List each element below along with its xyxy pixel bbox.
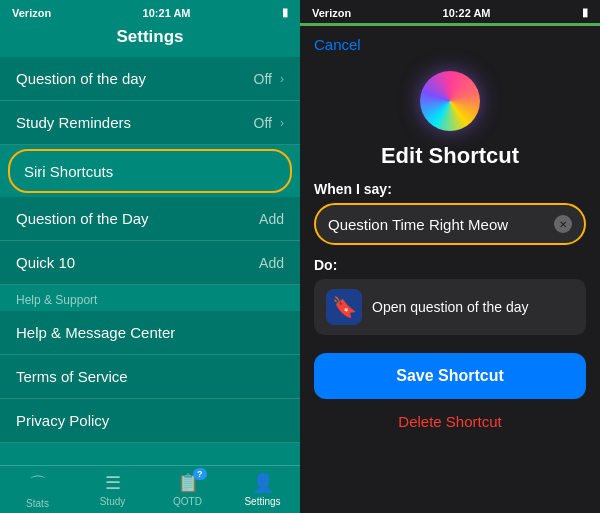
siri-shortcuts-label: Siri Shortcuts [24, 163, 113, 180]
privacy-label: Privacy Policy [16, 412, 109, 429]
phrase-input-container[interactable]: Question Time Right Meow ✕ [314, 203, 586, 245]
delete-shortcut-button[interactable]: Delete Shortcut [300, 405, 600, 438]
edit-shortcut-title: Edit Shortcut [300, 139, 600, 181]
siri-icon [420, 71, 480, 131]
question-of-day-row[interactable]: Question of the day Off › [0, 57, 300, 101]
bottom-nav: ⌒ Stats ☰ Study 📋 ? QOTD 👤 Settings [0, 465, 300, 513]
study-reminders-label: Study Reminders [16, 114, 131, 131]
nav-study-label: Study [100, 496, 126, 507]
do-container: 🔖 Open question of the day [314, 279, 586, 335]
nav-settings[interactable]: 👤 Settings [225, 472, 300, 509]
quick-10-label: Quick 10 [16, 254, 75, 271]
right-battery: ▮ [582, 6, 588, 19]
privacy-row[interactable]: Privacy Policy [0, 399, 300, 443]
chevron-icon-2: › [280, 116, 284, 130]
nav-stats-label: Stats [26, 498, 49, 509]
settings-list: Question of the day Off › Study Reminder… [0, 57, 300, 465]
right-time: 10:22 AM [443, 7, 491, 19]
qotd-badge-container: 📋 ? [177, 472, 199, 494]
quick-10-row[interactable]: Quick 10 Add [0, 241, 300, 285]
green-progress-bar [300, 23, 600, 26]
nav-stats[interactable]: ⌒ Stats [0, 472, 75, 509]
save-shortcut-button[interactable]: Save Shortcut [314, 353, 586, 399]
stats-icon: ⌒ [29, 472, 47, 496]
right-carrier: Verizon [312, 7, 351, 19]
phrase-text: Question Time Right Meow [328, 216, 554, 233]
nav-qotd[interactable]: 📋 ? QOTD [150, 472, 225, 509]
right-status-bar: Verizon 10:22 AM ▮ [300, 0, 600, 23]
when-i-say-label: When I say: [300, 181, 600, 203]
siri-icon-container [300, 61, 600, 139]
question-of-day-value: Off › [254, 71, 284, 87]
quick-10-value: Add [259, 255, 284, 271]
study-icon: ☰ [105, 472, 121, 494]
question-of-day-2-label: Question of the Day [16, 210, 149, 227]
left-carrier: Verizon [12, 7, 51, 19]
nav-study[interactable]: ☰ Study [75, 472, 150, 509]
clear-icon[interactable]: ✕ [554, 215, 572, 233]
do-action-text: Open question of the day [372, 299, 528, 315]
left-time: 10:21 AM [143, 7, 191, 19]
nav-qotd-label: QOTD [173, 496, 202, 507]
terms-label: Terms of Service [16, 368, 128, 385]
cancel-button[interactable]: Cancel [314, 36, 361, 53]
siri-shortcuts-row[interactable]: Siri Shortcuts [8, 149, 292, 193]
study-reminders-value: Off › [254, 115, 284, 131]
left-battery: ▮ [282, 6, 288, 19]
left-status-bar: Verizon 10:21 AM ▮ [0, 0, 300, 23]
right-top-bar: Cancel [300, 30, 600, 61]
question-of-day-2-value: Add [259, 211, 284, 227]
help-section-header: Help & Support [0, 285, 300, 311]
qotd-badge: ? [193, 468, 207, 480]
do-action-icon: 🔖 [326, 289, 362, 325]
help-center-row[interactable]: Help & Message Center [0, 311, 300, 355]
left-panel: Verizon 10:21 AM ▮ Settings Question of … [0, 0, 300, 513]
settings-icon: 👤 [252, 472, 274, 494]
do-label: Do: [300, 257, 600, 279]
question-of-day-2-row[interactable]: Question of the Day Add [0, 197, 300, 241]
question-of-day-label: Question of the day [16, 70, 146, 87]
left-screen-title: Settings [0, 23, 300, 57]
help-center-label: Help & Message Center [16, 324, 175, 341]
terms-row[interactable]: Terms of Service [0, 355, 300, 399]
study-reminders-row[interactable]: Study Reminders Off › [0, 101, 300, 145]
right-panel: Verizon 10:22 AM ▮ Cancel Edit Shortcut … [300, 0, 600, 513]
chevron-icon: › [280, 72, 284, 86]
nav-settings-label: Settings [244, 496, 280, 507]
